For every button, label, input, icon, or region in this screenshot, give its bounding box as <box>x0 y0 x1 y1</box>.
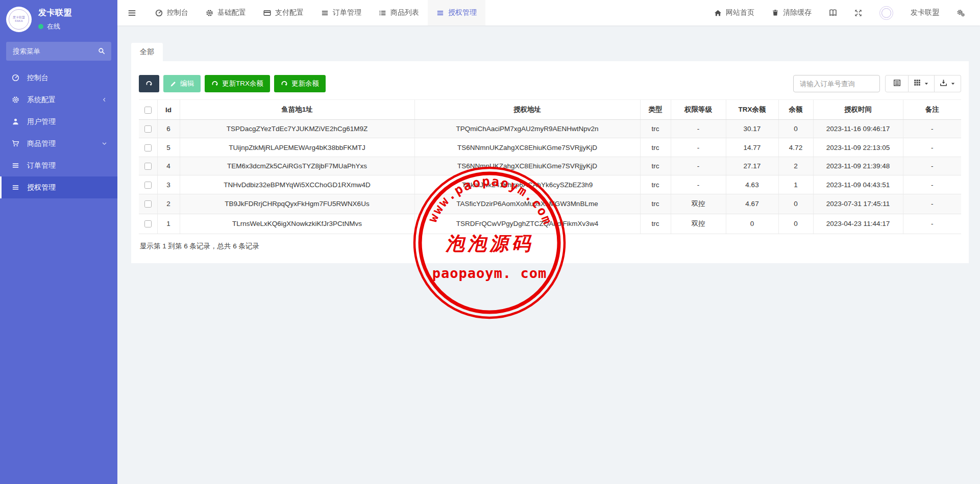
sidebar-toggle-button[interactable] <box>117 0 146 26</box>
topbar-username[interactable]: 发卡联盟 <box>902 0 948 26</box>
sidebar-search-input[interactable] <box>6 42 111 61</box>
toolbar: 编辑更新TRX余额更新余额 <box>139 75 961 92</box>
topbar-clear-cache[interactable]: 清除缓存 <box>763 0 820 26</box>
gauge-icon <box>155 9 163 17</box>
tab-all[interactable]: 全部 <box>131 43 163 61</box>
table-row[interactable]: 2TB9JkFDRrjCHRpqQyxFkHgm7FU5RWNX6UsTASfi… <box>139 194 961 214</box>
refresh-button[interactable] <box>139 75 159 92</box>
cell-fry-address: TNHvDdbiz32eBPMYqWi5XCChoGD1RXmw4D <box>180 175 414 194</box>
order-search-input[interactable] <box>793 75 880 92</box>
cell-auth-time: 2023-04-23 11:44:17 <box>813 214 903 234</box>
card-icon <box>263 9 271 17</box>
gear-icon <box>206 9 213 17</box>
column-header[interactable]: 鱼苗地1址 <box>180 100 414 120</box>
detail-view-button[interactable] <box>885 75 909 92</box>
topnav-label: 授权管理 <box>448 8 477 17</box>
record-summary: 显示第 1 到第 6 条记录，总共 6 条记录 <box>139 242 961 251</box>
topnav-goods-list[interactable]: 商品列表 <box>370 0 428 26</box>
edit-button[interactable]: 编辑 <box>163 75 201 92</box>
view-button-group <box>885 75 961 92</box>
column-header[interactable]: Id <box>157 100 180 120</box>
hamburger-icon <box>128 9 136 17</box>
table-row[interactable]: 5TUijnpZtkMjRLAPEMEWArg4bK38bbFKMTJTS6NN… <box>139 138 961 157</box>
column-header[interactable]: 授权地址 <box>414 100 640 120</box>
export-button[interactable] <box>935 75 961 92</box>
pencil-icon <box>170 81 177 87</box>
cell-auth-address: TS6NNmnUKZahgXC8EhiuKGme7SVRjjyKjD <box>414 157 640 175</box>
row-checkbox[interactable] <box>144 200 152 208</box>
trash-icon <box>772 9 779 16</box>
refresh-icon <box>211 80 218 87</box>
column-header[interactable]: 余额 <box>778 100 813 120</box>
sidebar-item-auth-management[interactable]: 授权管理 <box>0 176 117 198</box>
search-icon <box>98 47 105 57</box>
topbar-item-label: 清除缓存 <box>783 8 812 17</box>
topnav-auth-management[interactable]: 授权管理 <box>428 0 485 26</box>
row-checkbox[interactable] <box>144 182 152 189</box>
cell-auth-time: 2023-11-09 04:43:51 <box>813 175 903 194</box>
cell-type: trc <box>640 138 671 157</box>
cell-level: - <box>671 157 726 175</box>
column-header[interactable]: 类型 <box>640 100 671 120</box>
online-dot-icon <box>38 24 43 29</box>
column-header[interactable]: 权限等级 <box>671 100 726 120</box>
refresh-icon <box>281 80 288 87</box>
sidebar-menu: 控制台系统配置用户管理商品管理订单管理授权管理 <box>0 67 117 198</box>
topnav-payment-config[interactable]: 支付配置 <box>255 0 312 26</box>
topnav-basic-config[interactable]: 基础配置 <box>197 0 255 26</box>
brand-logo-avatar: 发卡联盟FAKA <box>6 7 32 32</box>
update-balance-button[interactable]: 更新余额 <box>274 75 326 92</box>
cell-note: - <box>903 194 961 214</box>
list-icon <box>12 162 20 169</box>
sidebar-item-order-management[interactable]: 订单管理 <box>0 155 117 176</box>
sidebar-item-dashboard[interactable]: 控制台 <box>0 67 117 89</box>
update-trx-button[interactable]: 更新TRX余额 <box>205 75 270 92</box>
cell-level: - <box>671 120 726 138</box>
topbar-right: 网站首页清除缓存发卡联盟 <box>705 0 980 26</box>
topbar-site-home[interactable]: 网站首页 <box>705 0 763 26</box>
cell-auth-time: 2023-11-09 22:13:05 <box>813 138 903 157</box>
topnav-order-management[interactable]: 订单管理 <box>312 0 370 26</box>
topbar: 控制台基础配置支付配置订单管理商品列表授权管理 网站首页清除缓存发卡联盟 <box>117 0 980 26</box>
chevron-down-icon <box>102 141 107 146</box>
column-header[interactable]: TRX余额 <box>726 100 778 120</box>
topbar-item-label: 网站首页 <box>726 8 754 17</box>
sidebar-item-system-config[interactable]: 系统配置 <box>0 89 117 111</box>
table-header-row: Id鱼苗地1址授权地址类型权限等级TRX余额余额授权时间备注 <box>139 100 961 120</box>
cell-level: 双控 <box>671 214 726 234</box>
topnav-label: 控制台 <box>167 8 188 17</box>
topbar-settings[interactable] <box>948 0 974 26</box>
row-checkbox[interactable] <box>144 144 152 151</box>
cell-auth-time: 2023-11-09 21:39:48 <box>813 157 903 175</box>
online-status: 在线 <box>38 22 72 31</box>
table-row[interactable]: 4TEM6x3dcmZk5CAiRGsTYZ8jbF7MUaPhYxsTS6NN… <box>139 157 961 175</box>
table-row[interactable]: 3TNHvDdbiz32eBPMYqWi5XCChoGD1RXmw4DTBkmJ… <box>139 175 961 194</box>
topnav-console[interactable]: 控制台 <box>146 0 197 26</box>
row-checkbox[interactable] <box>144 163 152 170</box>
sidebar-item-user-management[interactable]: 用户管理 <box>0 111 117 133</box>
column-header[interactable]: 授权时间 <box>813 100 903 120</box>
topbar-translate[interactable] <box>820 0 846 26</box>
columns-toggle-button[interactable] <box>909 75 935 92</box>
table-row[interactable]: 6TSPDacgZYezTdEc7YJUKMZiVE2hCg61M9ZTPQmi… <box>139 120 961 138</box>
sidebar-item-goods-management[interactable]: 商品管理 <box>0 133 117 155</box>
cell-note: - <box>903 175 961 194</box>
topnav-label: 订单管理 <box>333 8 361 17</box>
table-row[interactable]: 1TLrnsWeLxKQ6igXNowkzkiKfJr3PCtNMvsTSRDF… <box>139 214 961 234</box>
topbar-nav: 控制台基础配置支付配置订单管理商品列表授权管理 <box>146 0 485 26</box>
cell-auth-address: TPQmiChAaciPM7xgAU2myR9AENHwtNpv2n <box>414 120 640 138</box>
cell-trx-balance: 4.63 <box>726 175 778 194</box>
select-all-checkbox[interactable] <box>144 107 152 114</box>
topbar-fullscreen[interactable] <box>846 0 871 26</box>
sidebar-item-label: 订单管理 <box>27 161 56 170</box>
cogs-icon <box>957 9 965 17</box>
cell-note: - <box>903 214 961 234</box>
row-checkbox[interactable] <box>144 125 152 133</box>
list-alt-icon <box>379 9 386 17</box>
sidebar-item-label: 用户管理 <box>27 117 56 126</box>
topbar-user-avatar[interactable] <box>871 0 902 26</box>
export-icon <box>940 79 947 89</box>
cell-id: 2 <box>157 194 180 214</box>
column-header[interactable]: 备注 <box>903 100 961 120</box>
row-checkbox[interactable] <box>144 220 152 227</box>
